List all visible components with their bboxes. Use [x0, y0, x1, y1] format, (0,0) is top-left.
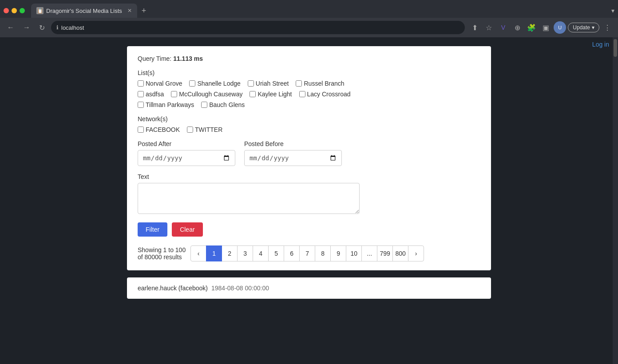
filter-button[interactable]: Filter: [138, 222, 167, 237]
page-button-10[interactable]: 10: [346, 245, 362, 261]
list-checkbox-lacy-crossroad[interactable]: [299, 91, 305, 97]
log-in-link[interactable]: Log in: [592, 41, 609, 48]
scrollbar-thumb: [614, 39, 617, 57]
puzzle-icon[interactable]: 🧩: [525, 21, 538, 34]
translate-icon[interactable]: ⊕: [511, 21, 523, 34]
lists-group: Norval GroveShanelle LodgeUriah StreetRu…: [138, 80, 480, 108]
active-tab[interactable]: 📋 Dragomir's Social Media Lists ✕: [31, 4, 137, 18]
update-button-label: Update: [573, 24, 590, 31]
bookmark-icon[interactable]: ☆: [483, 21, 495, 34]
list-label-russel-branch: Russel Branch: [304, 80, 344, 87]
prev-page-button[interactable]: ‹: [190, 245, 206, 261]
list-item-mccullough-causeway: McCullough Causeway: [171, 91, 242, 98]
minimize-button[interactable]: [12, 8, 17, 13]
sidebar-icon[interactable]: ▣: [539, 21, 552, 34]
list-item-tillman-parkways: Tillman Parkways: [138, 101, 194, 108]
page-button-3[interactable]: 3: [237, 245, 253, 261]
text-label: Text: [138, 173, 480, 180]
text-section: Text: [138, 173, 480, 215]
secure-icon: ℹ: [56, 24, 59, 31]
results-showing: Showing 1 to 100: [138, 246, 186, 253]
list-label-uriah-street: Uriah Street: [256, 80, 289, 87]
next-page-button[interactable]: ›: [408, 245, 424, 261]
posted-before-label: Posted Before: [244, 140, 342, 147]
scrollbar-track[interactable]: [613, 37, 618, 364]
network-label-facebook: FACEBOOK: [146, 126, 180, 133]
list-checkbox-uriah-street[interactable]: [248, 80, 254, 87]
list-item-asdfsa: asdfsa: [138, 91, 164, 98]
list-item-norval-grove: Norval Grove: [138, 80, 182, 87]
list-item-lacy-crossroad: Lacy Crossroad: [299, 91, 351, 98]
maximize-button[interactable]: [20, 8, 25, 13]
share-icon[interactable]: ⬆: [468, 21, 481, 34]
list-checkbox-kaylee-light[interactable]: [250, 91, 256, 97]
page-button-7[interactable]: 7: [299, 245, 315, 261]
button-row: Filter Clear: [138, 222, 480, 237]
filter-card: Query Time: 11.113 ms List(s) Norval Gro…: [127, 46, 491, 270]
posted-after-field: Posted After: [138, 140, 235, 166]
date-row: Posted After Posted Before: [138, 140, 480, 166]
reload-button[interactable]: ↻: [36, 22, 48, 34]
tab-close-icon[interactable]: ✕: [127, 8, 132, 14]
posted-before-input[interactable]: [244, 150, 342, 166]
list-item-kaylee-light: Kaylee Light: [250, 91, 292, 98]
update-dropdown-icon: ▾: [592, 24, 594, 31]
list-label-bauch-glens: Bauch Glens: [209, 101, 245, 108]
query-time: Query Time: 11.113 ms: [138, 55, 480, 62]
list-label-asdfsa: asdfsa: [146, 91, 164, 98]
clear-button[interactable]: Clear: [172, 222, 202, 237]
forward-button[interactable]: →: [20, 22, 33, 33]
extensions-v-icon[interactable]: V: [497, 21, 509, 34]
tab-dropdown-button[interactable]: ▾: [611, 7, 614, 14]
page-button-2[interactable]: 2: [222, 245, 238, 261]
network-checkbox-twitter[interactable]: [187, 127, 193, 133]
close-button[interactable]: [4, 8, 9, 13]
network-item-facebook: FACEBOOK: [138, 126, 180, 133]
tab-bar: 📋 Dragomir's Social Media Lists ✕ + ▾: [0, 0, 618, 18]
list-checkbox-shanelle-lodge[interactable]: [189, 80, 195, 87]
page-button-8[interactable]: 8: [315, 245, 331, 261]
new-tab-button[interactable]: +: [139, 6, 149, 16]
result-username: earlene.hauck (facebook): [138, 285, 208, 292]
results-info: Showing 1 to 100 of 80000 results: [138, 246, 186, 261]
list-checkbox-tillman-parkways[interactable]: [138, 102, 144, 108]
posted-after-input[interactable]: [138, 150, 235, 166]
list-checkbox-russel-branch[interactable]: [296, 80, 302, 87]
page-button-9[interactable]: 9: [330, 245, 346, 261]
posted-before-field: Posted Before: [244, 140, 342, 166]
network-checkbox-facebook[interactable]: [138, 127, 144, 133]
menu-button[interactable]: ⋮: [601, 21, 614, 34]
results-total: of 80000 results: [138, 253, 182, 261]
list-label-mccullough-causeway: McCullough Causeway: [179, 91, 242, 98]
list-item-uriah-street: Uriah Street: [248, 80, 289, 87]
list-checkbox-asdfsa[interactable]: [138, 91, 144, 97]
nav-bar: ← → ↻ ℹ localhost ⬆ ☆ V ⊕ 🧩 ▣ U Update ▾…: [0, 18, 618, 37]
list-label-kaylee-light: Kaylee Light: [258, 91, 292, 98]
posted-after-label: Posted After: [138, 140, 235, 147]
address-bar[interactable]: ℹ localhost: [51, 21, 465, 34]
tab-favicon: 📋: [36, 7, 44, 14]
page-button-800[interactable]: 800: [392, 245, 408, 261]
update-button[interactable]: Update ▾: [568, 23, 599, 32]
list-label-tillman-parkways: Tillman Parkways: [146, 101, 194, 108]
page-button-799[interactable]: 799: [377, 245, 393, 261]
networks-group: FACEBOOKTWITTER: [138, 126, 480, 133]
text-input[interactable]: [138, 183, 360, 214]
network-item-twitter: TWITTER: [187, 126, 222, 133]
result-header: earlene.hauck (facebook) 1984-08-08 00:0…: [138, 285, 480, 292]
profile-avatar[interactable]: U: [554, 21, 566, 34]
list-checkbox-bauch-glens[interactable]: [201, 102, 207, 108]
page-button-4[interactable]: 4: [253, 245, 269, 261]
query-time-value: 11.113 ms: [173, 55, 203, 62]
page-button-1[interactable]: 1: [206, 245, 222, 261]
page-button-...[interactable]: ...: [361, 245, 377, 261]
window-controls: [4, 8, 25, 13]
back-button[interactable]: ←: [4, 22, 17, 33]
page-button-5[interactable]: 5: [268, 245, 284, 261]
list-checkbox-mccullough-causeway[interactable]: [171, 91, 177, 97]
result-timestamp: 1984-08-08 00:00:00: [211, 285, 269, 292]
page-button-6[interactable]: 6: [284, 245, 300, 261]
list-checkbox-norval-grove[interactable]: [138, 80, 144, 87]
result-card: earlene.hauck (facebook) 1984-08-08 00:0…: [127, 277, 491, 299]
query-time-label: Query Time:: [138, 55, 171, 62]
